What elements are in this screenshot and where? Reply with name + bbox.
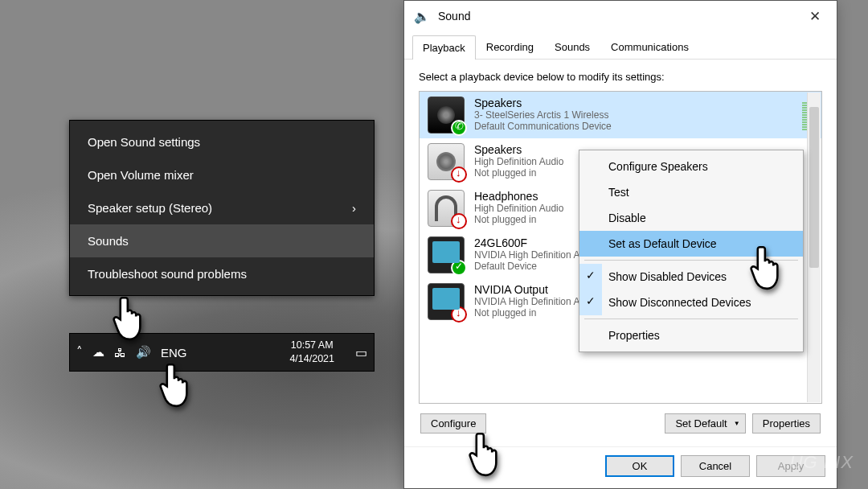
context-menu-item[interactable]: Show Disconnected Devices <box>579 290 803 315</box>
context-menu-item[interactable]: Test <box>579 179 803 205</box>
context-menu-item[interactable]: Set as Default Device <box>579 231 803 257</box>
device-desc: High Definition Audio <box>474 203 563 214</box>
device-status: Default Communications Device <box>474 121 612 132</box>
device-icon <box>428 97 465 134</box>
tab-strip: Playback Recording Sounds Communications <box>404 35 837 60</box>
volume-icon[interactable]: 🔊 <box>136 345 151 360</box>
device-name: Headphones <box>474 190 563 203</box>
device-icon <box>428 236 465 273</box>
network-icon[interactable]: 🖧 <box>114 346 126 360</box>
scrollbar[interactable] <box>807 92 821 402</box>
instruction-text: Select a playback device below to modify… <box>419 71 822 83</box>
device-desc: 3- SteelSeries Arctis 1 Wireless <box>474 109 612 121</box>
configure-button[interactable]: Configure <box>420 413 486 434</box>
volume-context-menu: Open Sound settings Open Volume mixer Sp… <box>69 120 375 296</box>
device-name: Speakers <box>474 97 612 109</box>
device-icon <box>428 190 465 227</box>
close-button[interactable]: ✕ <box>796 1 833 31</box>
device-desc: High Definition Audio <box>474 156 563 167</box>
speaker-icon: 🔈 <box>414 9 430 24</box>
menu-open-volume-mixer[interactable]: Open Volume mixer <box>70 158 374 191</box>
separator <box>584 260 798 261</box>
tab-recording[interactable]: Recording <box>476 35 544 59</box>
context-menu-item[interactable]: Show Disabled Devices <box>579 264 803 290</box>
menu-speaker-setup[interactable]: Speaker setup (Stereo)› <box>70 191 374 224</box>
device-icon <box>428 283 465 320</box>
device-row[interactable]: Speakers3- SteelSeries Arctis 1 Wireless… <box>420 92 821 138</box>
set-default-button[interactable]: Set Default <box>665 413 745 434</box>
tab-sounds[interactable]: Sounds <box>544 35 600 59</box>
weather-icon[interactable]: ☁ <box>92 345 104 360</box>
status-badge <box>451 260 467 276</box>
language-indicator[interactable]: ENG <box>161 346 187 360</box>
status-badge <box>451 213 467 229</box>
device-status: Not plugged in <box>474 214 563 225</box>
status-badge <box>451 120 467 136</box>
menu-troubleshoot[interactable]: Troubleshoot sound problems <box>70 257 374 290</box>
clock[interactable]: 10:57 AM 4/14/2021 <box>289 339 334 366</box>
titlebar: 🔈 Sound ✕ <box>404 1 837 31</box>
chevron-right-icon: › <box>352 201 356 215</box>
status-badge <box>451 306 467 323</box>
context-menu-item[interactable]: Disable <box>579 205 803 231</box>
clock-time: 10:57 AM <box>289 339 334 352</box>
taskbar: ˄ ☁ 🖧 🔊 ENG 10:57 AM 4/14/2021 ▭ <box>69 333 375 372</box>
context-menu-item[interactable]: Configure Speakers <box>579 154 803 179</box>
watermark: UG FIX <box>790 452 854 473</box>
menu-open-sound-settings[interactable]: Open Sound settings <box>70 125 374 158</box>
menu-sounds[interactable]: Sounds <box>70 224 374 257</box>
device-icon <box>428 143 465 180</box>
separator <box>584 318 798 319</box>
action-center-icon[interactable]: ▭ <box>355 345 367 360</box>
tab-communications[interactable]: Communications <box>600 35 699 59</box>
ok-button[interactable]: OK <box>605 455 674 477</box>
device-status: Not plugged in <box>474 167 563 179</box>
status-badge <box>451 166 467 183</box>
tray-overflow-icon[interactable]: ˄ <box>76 344 83 359</box>
tab-playback[interactable]: Playback <box>412 35 476 60</box>
context-menu-item[interactable]: Properties <box>579 323 803 348</box>
properties-button[interactable]: Properties <box>752 413 821 434</box>
device-context-menu: Configure SpeakersTestDisableSet as Defa… <box>579 150 804 352</box>
clock-date: 4/14/2021 <box>289 352 334 366</box>
device-name: Speakers <box>474 143 563 156</box>
dialog-title: Sound <box>438 10 470 23</box>
cancel-button[interactable]: Cancel <box>681 455 750 477</box>
